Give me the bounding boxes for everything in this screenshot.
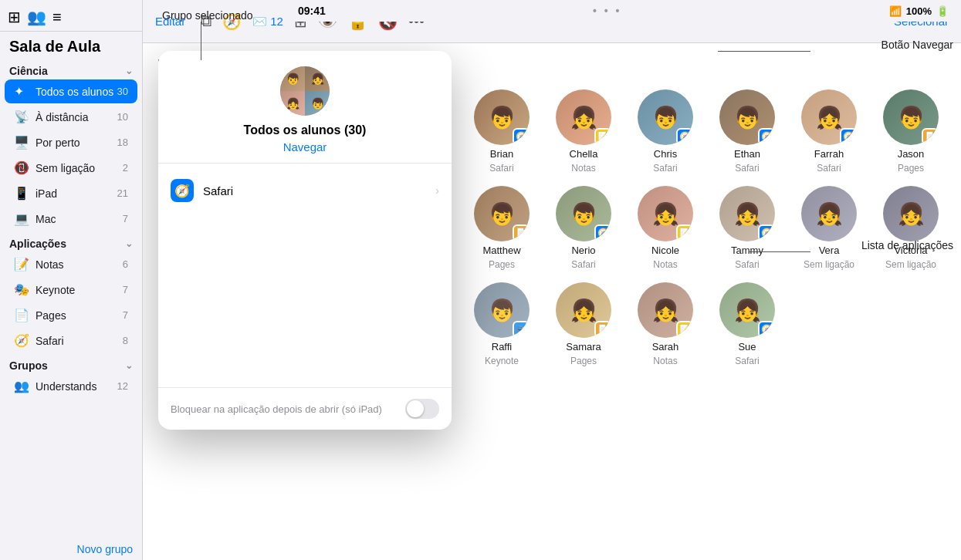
student-vera[interactable]: 👧 Vera Sem ligação: [794, 186, 864, 270]
student-grid: 👦 🧭 Brian Safari 👧 📝 Chella Notas 👦 🧭: [467, 89, 946, 366]
student-chris[interactable]: 👦 🧭 Chris Safari: [631, 89, 700, 174]
name-jason: Jason: [898, 148, 925, 160]
modal-group-faces: 👦 👧 👧 👦: [280, 66, 330, 116]
sidebar-item-mac[interactable]: 💻 Mac 7: [5, 207, 137, 231]
app-jason: Pages: [898, 163, 924, 174]
sidebar-item-understands[interactable]: 👥 Understands 12: [5, 374, 137, 398]
badge-ethan: 🧭: [758, 128, 775, 145]
student-tammy[interactable]: 👧 🧭 Tammy Safari: [712, 186, 782, 270]
sidebar-title: Sala de Aula: [0, 32, 142, 59]
todos-alunos-label: Todos os alunos: [36, 86, 117, 98]
people-icon[interactable]: 👥: [27, 8, 46, 26]
app-brian: Safari: [489, 163, 513, 174]
modal-empty-space: [158, 218, 452, 387]
list-icon[interactable]: ≡: [52, 8, 62, 26]
student-samara[interactable]: 👧 📄 Samara Pages: [549, 282, 618, 366]
avatar-jason: 👦 📄: [883, 89, 939, 145]
modal-app-list: 🧭 Safari ›: [158, 164, 452, 218]
aplicacoes-chevron[interactable]: ⌄: [125, 238, 133, 249]
sidebar-item-todos-alunos[interactable]: ✦ Todos os alunos 30: [5, 79, 137, 103]
name-chella: Chella: [570, 148, 598, 160]
modal-action[interactable]: Navegar: [174, 140, 436, 153]
app-chella: Notas: [571, 163, 595, 174]
notas-count: 6: [123, 258, 128, 270]
name-sue: Sue: [738, 341, 756, 353]
modal-toggle[interactable]: [405, 399, 439, 419]
student-raffi[interactable]: 👦 🎭 Raffi Keynote: [467, 282, 536, 366]
avatar-chella: 👧 📝: [556, 89, 611, 145]
sidebar-item-pages[interactable]: 📄 Pages 7: [5, 303, 137, 327]
semligacao-count: 2: [123, 162, 128, 174]
badge-farrah: 🧭: [840, 128, 857, 145]
semligacao-icon: 📵: [14, 160, 31, 175]
sidebar-item-ipad[interactable]: 📱 iPad 21: [5, 181, 137, 205]
student-sue[interactable]: 👧 🧭 Sue Safari: [712, 282, 782, 366]
student-matthew[interactable]: 👦 📄 Matthew Pages: [467, 186, 536, 270]
app-nerio: Safari: [571, 259, 595, 270]
sidebar-item-keynote[interactable]: 🎭 Keynote 7: [5, 278, 137, 302]
navigate-modal: 👦 👧 👧 👦 Todos os alunos (30) Navegar 🧭 S…: [158, 51, 452, 430]
wifi-icon: 📶: [889, 5, 902, 17]
messages-badge[interactable]: ✉️ 12: [252, 15, 283, 29]
section-ciencia-label: Ciência: [9, 65, 48, 77]
student-jason[interactable]: 👦 📄 Jason Pages: [876, 89, 946, 174]
name-raffi: Raffi: [492, 341, 513, 353]
app-samara: Pages: [570, 356, 597, 366]
sidebar-item-safari[interactable]: 🧭 Safari 8: [5, 329, 137, 353]
app-sarah: Notas: [653, 356, 677, 366]
main-content: 09:41 • • • 📶 100% 🔋 Editar ⧉ 🧭 ✉️ 12 ⊞ …: [143, 0, 961, 560]
name-nerio: Nerio: [571, 245, 595, 256]
safari-label: Safari: [36, 335, 123, 347]
student-victoria[interactable]: 👧 Victoria Sem ligação: [876, 186, 946, 270]
annotation-lista-aplicacoes: Lista de aplicações: [861, 239, 953, 251]
student-chella[interactable]: 👧 📝 Chella Notas: [549, 89, 618, 174]
sidebar-item-perperto[interactable]: 🖥️ Por perto 18: [5, 130, 137, 154]
app-tammy: Safari: [735, 259, 759, 270]
grupos-chevron[interactable]: ⌄: [125, 360, 133, 371]
student-nicole[interactable]: 👧 📝 Nicole Notas: [631, 186, 700, 270]
annotation-line-navegar-h: [718, 51, 810, 52]
avatar-tammy: 👧 🧭: [719, 186, 775, 241]
name-sarah: Sarah: [652, 341, 679, 353]
perperto-icon: 🖥️: [14, 135, 31, 150]
status-time: 09:41: [298, 5, 326, 17]
sidebar-item-notas[interactable]: 📝 Notas 6: [5, 252, 137, 276]
status-right: 📶 100% 🔋: [889, 5, 949, 17]
annotation-line-grupo: [201, 22, 201, 60]
student-nerio[interactable]: 👦 🧭 Nerio Safari: [549, 186, 618, 270]
name-matthew: Matthew: [482, 245, 520, 256]
badge-sarah: 📝: [676, 321, 693, 338]
badge-sue: 🧭: [758, 321, 775, 338]
safari-sidebar-icon: 🧭: [14, 333, 31, 348]
name-ethan: Ethan: [734, 148, 760, 160]
mac-icon: 💻: [14, 211, 31, 226]
app-chris: Safari: [653, 163, 677, 174]
sidebar-item-distancia[interactable]: 📡 À distância 10: [5, 105, 137, 129]
ciencia-chevron[interactable]: ⌄: [125, 66, 133, 76]
understands-count: 12: [117, 380, 128, 392]
avatar-victoria: 👧: [883, 186, 939, 241]
battery-icon: 🔋: [936, 5, 949, 17]
sidebar-top-icons: ⊞ 👥 ≡: [0, 0, 142, 32]
section-aplicacoes-label: Aplicações: [9, 238, 66, 250]
ipad-count: 21: [117, 187, 128, 199]
sidebar-item-semligacao[interactable]: 📵 Sem ligação 2: [5, 156, 137, 180]
student-ethan[interactable]: 👦 🧭 Ethan Safari: [712, 89, 782, 174]
modal-safari-item[interactable]: 🧭 Safari ›: [158, 170, 452, 211]
student-brian[interactable]: 👦 🧭 Brian Safari: [467, 89, 536, 174]
new-group-button[interactable]: Novo grupo: [0, 538, 142, 560]
avatar-raffi: 👦 🎭: [474, 282, 530, 338]
student-sarah[interactable]: 👧 📝 Sarah Notas: [631, 282, 700, 366]
distancia-label: À distância: [36, 111, 117, 123]
badge-nerio: 🧭: [594, 224, 611, 241]
pages-icon: 📄: [14, 308, 31, 322]
modal-group-name: Todos os alunos (30): [174, 123, 436, 137]
badge-tammy: 🧭: [758, 224, 775, 241]
ipad-label: iPad: [36, 187, 117, 200]
name-vera: Vera: [819, 245, 840, 256]
pages-count: 7: [123, 309, 128, 321]
grid-icon[interactable]: ⊞: [8, 8, 21, 26]
avatar-ethan: 👦 🧭: [719, 89, 775, 145]
student-farrah[interactable]: 👧 🧭 Farrah Safari: [794, 89, 864, 174]
badge-brian: 🧭: [513, 128, 530, 145]
